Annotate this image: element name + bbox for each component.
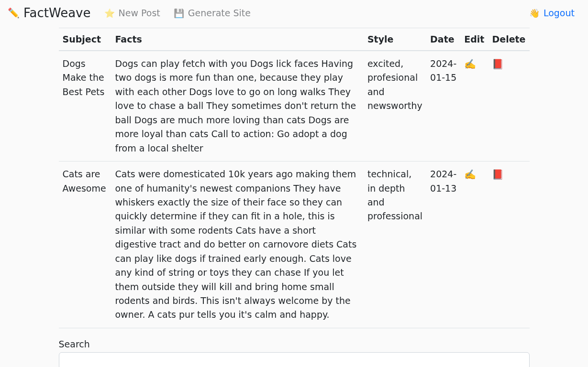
edit-button[interactable]: ✍️ — [460, 162, 488, 328]
table-header-row: Subject Facts Style Date Edit Delete — [59, 28, 530, 51]
star-icon: ⭐ — [104, 8, 115, 18]
generate-site-link[interactable]: 💾 Generate Site — [168, 5, 256, 21]
cell-style: excited, profesional and newsworthy — [364, 51, 426, 162]
col-header-date: Date — [426, 28, 460, 51]
logout-label: Logout — [544, 8, 575, 18]
posts-table: Subject Facts Style Date Edit Delete Dog… — [59, 28, 530, 328]
logout-link[interactable]: 👋 Logout — [523, 5, 580, 21]
cell-date: 2024-01-15 — [426, 51, 460, 162]
navbar: ✏️ FactWeave ⭐ New Post 💾 Generate Site … — [0, 0, 588, 26]
floppy-disk-icon: 💾 — [174, 8, 184, 18]
col-header-subject: Subject — [59, 28, 111, 51]
col-header-style: Style — [364, 28, 426, 51]
col-header-edit: Edit — [460, 28, 488, 51]
brand-name: FactWeave — [23, 6, 91, 20]
search-label: Search — [59, 339, 530, 349]
delete-button[interactable]: 📕 — [488, 162, 529, 328]
delete-button[interactable]: 📕 — [488, 51, 529, 162]
cell-facts: Dogs can play fetch with you Dogs lick f… — [111, 51, 364, 162]
pencil-icon: ✏️ — [8, 7, 20, 19]
table-row: Cats are AwesomeCats were domesticated 1… — [59, 162, 530, 328]
edit-button[interactable]: ✍️ — [460, 51, 488, 162]
search-input[interactable] — [59, 352, 530, 367]
cell-facts: Cats were domesticated 10k years ago mak… — [111, 162, 364, 328]
col-header-delete: Delete — [488, 28, 529, 51]
new-post-label: New Post — [119, 8, 160, 18]
main-content: Subject Facts Style Date Edit Delete Dog… — [51, 28, 537, 367]
table-row: Dogs Make the Best PetsDogs can play fet… — [59, 51, 530, 162]
col-header-facts: Facts — [111, 28, 364, 51]
generate-site-label: Generate Site — [188, 8, 251, 18]
brand-link[interactable]: ✏️ FactWeave — [8, 6, 97, 20]
cell-date: 2024-01-13 — [426, 162, 460, 328]
cell-subject: Dogs Make the Best Pets — [59, 51, 111, 162]
cell-subject: Cats are Awesome — [59, 162, 111, 328]
cell-style: technical, in depth and professional — [364, 162, 426, 328]
new-post-link[interactable]: ⭐ New Post — [99, 5, 166, 21]
wave-icon: 👋 — [529, 8, 540, 18]
